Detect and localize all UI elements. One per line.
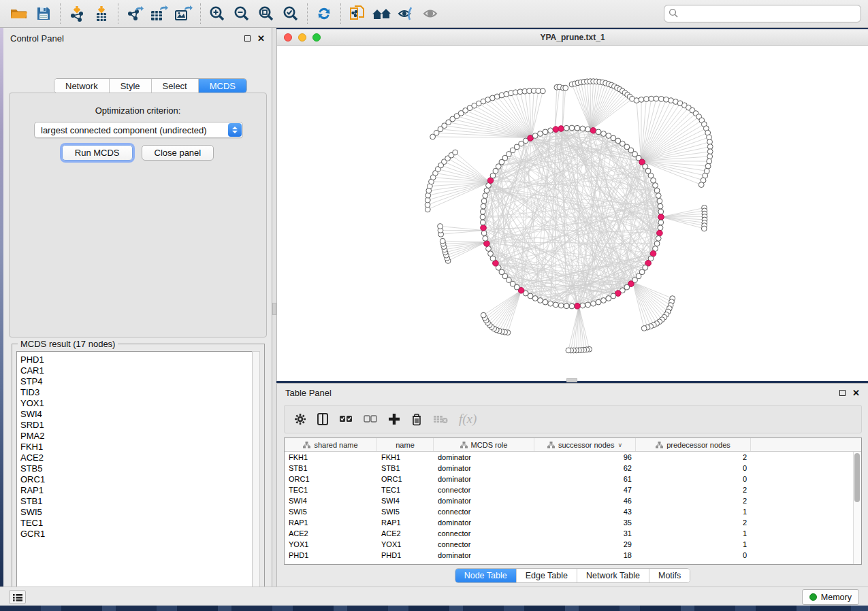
table-row[interactable]: RAP1RAP1dominator352 <box>285 517 861 528</box>
table-toolbar: f(x) <box>284 405 862 433</box>
save-session-button[interactable] <box>32 3 55 24</box>
tab-node-table[interactable]: Node Table <box>455 569 517 582</box>
mcds-result-scrollbar[interactable] <box>252 351 260 593</box>
tab-network-table[interactable]: Network Table <box>577 569 649 582</box>
mcds-result-item[interactable]: STB1 <box>20 496 253 507</box>
mcds-result-item[interactable]: STB5 <box>20 463 253 474</box>
delete-column-button[interactable] <box>411 409 422 429</box>
memory-button[interactable]: Memory <box>802 589 859 605</box>
control-panel-title: Control Panel <box>10 33 64 44</box>
mcds-result-item[interactable]: ORC1 <box>20 474 253 485</box>
criterion-dropdown[interactable]: largest connected component (undirected) <box>34 122 243 138</box>
export-image-button[interactable] <box>172 3 195 24</box>
zoom-in-button[interactable] <box>206 3 229 24</box>
columns-icon <box>317 413 328 425</box>
mcds-result-item[interactable]: SWI5 <box>20 507 253 518</box>
mcds-result-item[interactable]: SRD1 <box>20 420 253 431</box>
table-cell: 1 <box>636 540 751 548</box>
mcds-result-item[interactable]: TID3 <box>20 387 253 398</box>
home-button[interactable] <box>370 3 393 24</box>
mcds-result-item[interactable]: SWI4 <box>20 409 253 420</box>
mcds-result-item[interactable]: TEC1 <box>20 518 253 529</box>
column-header-name[interactable]: name <box>377 438 434 451</box>
mcds-result-item[interactable]: GCR1 <box>20 529 253 540</box>
close-panel-icon[interactable]: ✕ <box>257 35 265 42</box>
tab-network[interactable]: Network <box>54 79 110 93</box>
column-header-shared-name[interactable]: shared name <box>285 438 377 451</box>
table-scrollbar[interactable] <box>853 452 861 564</box>
table-cell: dominator <box>434 551 534 559</box>
tab-edge-table[interactable]: Edge Table <box>517 569 577 582</box>
mcds-result-item[interactable]: PMA2 <box>20 431 253 442</box>
table-tabbar: Node Table Edge Table Network Table Moti… <box>455 568 691 583</box>
import-network-button[interactable] <box>65 3 89 24</box>
mcds-result-item[interactable]: STP4 <box>20 376 253 387</box>
mcds-result-list[interactable]: PHD1CAR1STP4TID3YOX1SWI4SRD1PMA2FKH1ACE2… <box>16 351 253 593</box>
table-row[interactable]: YOX1YOX1connector291 <box>285 539 861 550</box>
table-row[interactable]: SWI5SWI5connector431 <box>285 506 861 517</box>
mcds-result-item[interactable]: ACE2 <box>20 452 253 463</box>
create-column-button[interactable] <box>388 409 400 429</box>
select-all-button[interactable] <box>339 409 353 429</box>
shared-column-icon <box>547 442 555 448</box>
table-row[interactable]: ORC1ORC1dominator610 <box>285 474 861 484</box>
search-input[interactable] <box>664 5 861 22</box>
refresh-button[interactable] <box>312 3 336 24</box>
horizontal-splitter-handle[interactable] <box>566 378 577 382</box>
export-table-button[interactable] <box>148 3 171 24</box>
tab-select[interactable]: Select <box>152 79 199 93</box>
close-panel-icon[interactable]: ✕ <box>852 390 860 396</box>
network-title: YPA_prune.txt_1 <box>277 33 868 42</box>
table-cell: ORC1 <box>285 475 377 483</box>
function-builder-button[interactable]: f(x) <box>459 409 477 429</box>
table-row[interactable]: ACE2ACE2connector311 <box>285 528 861 539</box>
column-header-predecessor-nodes[interactable]: predecessor nodes <box>636 438 751 451</box>
table-cell: dominator <box>434 464 534 472</box>
tab-mcds[interactable]: MCDS <box>199 79 246 93</box>
mcds-result-item[interactable]: YOX1 <box>20 398 253 409</box>
delete-table-button[interactable] <box>433 409 448 429</box>
export-network-button[interactable] <box>123 3 146 24</box>
task-history-button[interactable] <box>9 590 26 604</box>
table-settings-button[interactable] <box>294 409 306 429</box>
mcds-result-item[interactable]: CAR1 <box>20 365 253 376</box>
float-panel-icon[interactable] <box>839 390 846 396</box>
clone-network-button[interactable] <box>346 3 369 24</box>
show-all-button[interactable] <box>419 3 443 24</box>
table-cell: SWI5 <box>285 508 377 516</box>
tab-motifs[interactable]: Motifs <box>649 569 690 582</box>
table-panel: Table Panel ✕ <box>276 383 868 587</box>
network-window: YPA_prune.txt_1 <box>276 29 868 381</box>
hide-selected-button[interactable] <box>395 3 418 24</box>
tab-style[interactable]: Style <box>110 79 152 93</box>
mcds-result-item[interactable]: FKH1 <box>20 442 253 452</box>
show-columns-button[interactable] <box>317 409 328 429</box>
network-canvas[interactable] <box>277 46 868 381</box>
column-header-mcds-role[interactable]: MCDS role <box>434 438 534 451</box>
scrollbar-thumb[interactable] <box>854 453 860 502</box>
import-table-button[interactable] <box>90 3 113 24</box>
table-cell: 1 <box>636 529 751 538</box>
table-row[interactable]: STB1STB1dominator620 <box>285 463 861 474</box>
toolbar-separator <box>118 3 118 24</box>
close-panel-button[interactable]: Close panel <box>142 145 214 161</box>
deselect-all-button[interactable] <box>364 409 377 429</box>
table-row[interactable]: PHD1PHD1dominator180 <box>285 550 861 561</box>
float-panel-icon[interactable] <box>244 35 251 42</box>
table-row[interactable]: FKH1FKH1dominator962 <box>285 452 861 463</box>
zoom-fit-button[interactable] <box>255 3 278 24</box>
zoom-selected-button[interactable] <box>279 3 302 24</box>
table-row[interactable]: TEC1TEC1connector472 <box>285 484 861 495</box>
zoom-out-button[interactable] <box>230 3 253 24</box>
column-header-successor-nodes[interactable]: successor nodes ∨ <box>534 438 636 451</box>
table-row[interactable]: SWI4SWI4dominator462 <box>285 495 861 506</box>
desktop-wallpaper-bottom <box>0 606 868 611</box>
mcds-result-item[interactable]: PHD1 <box>20 354 253 365</box>
list-icon <box>13 593 22 601</box>
open-session-button[interactable] <box>7 3 31 24</box>
mcds-result-item[interactable]: RAP1 <box>20 485 253 496</box>
network-titlebar[interactable]: YPA_prune.txt_1 <box>277 29 868 46</box>
table-cell: 1 <box>636 508 751 516</box>
dropdown-stepper-icon <box>228 123 242 137</box>
run-mcds-button[interactable]: Run MCDS <box>62 145 133 161</box>
